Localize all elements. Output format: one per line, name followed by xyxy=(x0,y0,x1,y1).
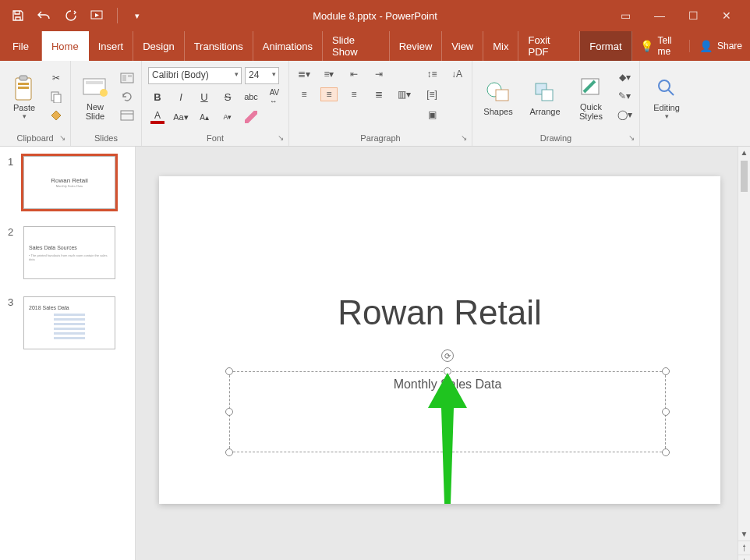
underline-button[interactable]: U xyxy=(196,89,212,105)
tell-me[interactable]: Tell me xyxy=(658,35,680,57)
font-size-select[interactable]: 24▾ xyxy=(245,67,279,84)
resize-handle[interactable] xyxy=(225,448,233,456)
resize-handle[interactable] xyxy=(662,448,670,456)
decrease-font-button[interactable]: A▾ xyxy=(220,109,235,125)
format-painter-icon[interactable] xyxy=(48,109,64,122)
font-color-button[interactable]: A xyxy=(150,109,165,125)
save-icon[interactable] xyxy=(11,9,25,23)
smartart-button[interactable]: ▣ xyxy=(423,108,440,122)
redo-icon[interactable] xyxy=(64,9,78,23)
chevron-down-icon: ▾ xyxy=(272,70,276,78)
ribbon-display-options-icon[interactable]: ▭ xyxy=(621,9,631,22)
tab-home[interactable]: Home xyxy=(42,31,89,61)
thumbnail-1[interactable]: 1 Rowan Retail Monthly Sales Data xyxy=(8,156,127,209)
start-from-beginning-icon[interactable] xyxy=(90,9,104,23)
slide-edit-area[interactable]: Rowan Retail ⟳ Monthly Sales Data ▲ ▼ xyxy=(136,147,750,560)
svg-point-9 xyxy=(100,89,108,97)
thumb-slide[interactable]: Sales Data Sources • The printed handout… xyxy=(23,226,115,279)
slide-title-text[interactable]: Rowan Retail xyxy=(159,293,720,332)
shape-effects-button[interactable]: ◯▾ xyxy=(616,108,633,122)
justify-button[interactable]: ≣ xyxy=(370,87,387,101)
clipboard-icon xyxy=(11,75,37,101)
decrease-indent-button[interactable]: ⇤ xyxy=(345,67,363,81)
bullets-button[interactable]: ≣▾ xyxy=(295,67,313,81)
character-spacing-button[interactable]: AV↔ xyxy=(267,89,282,105)
next-slide-icon[interactable]: ⭣ xyxy=(738,555,750,560)
vertical-scrollbar[interactable]: ▲ ▼ ⭡ ⭣ xyxy=(738,147,750,560)
resize-handle[interactable] xyxy=(225,367,233,375)
undo-icon[interactable] xyxy=(37,9,51,23)
tab-transitions[interactable]: Transitions xyxy=(185,31,253,61)
arrange-button[interactable]: Arrange xyxy=(524,67,566,128)
columns-button[interactable]: ▥▾ xyxy=(395,87,412,101)
tab-foxit[interactable]: Foxit PDF xyxy=(518,31,580,61)
align-center-button[interactable]: ≡ xyxy=(320,87,338,101)
thumbnail-3[interactable]: 3 2018 Sales Data xyxy=(8,296,127,349)
minimize-icon[interactable]: — xyxy=(654,9,665,22)
customize-qat-icon[interactable]: ▾ xyxy=(130,9,144,23)
tab-view[interactable]: View xyxy=(442,31,483,61)
resize-handle[interactable] xyxy=(225,408,233,416)
thumb-slide[interactable]: 2018 Sales Data xyxy=(23,296,115,349)
layout-icon[interactable] xyxy=(119,72,135,84)
tab-mix[interactable]: Mix xyxy=(483,31,518,61)
share-button[interactable]: 👤 Share xyxy=(689,40,742,52)
shape-fill-button[interactable]: ◆▾ xyxy=(616,70,633,84)
editing-button[interactable]: Editing ▾ xyxy=(646,67,687,128)
tab-design[interactable]: Design xyxy=(133,31,184,61)
person-icon: 👤 xyxy=(699,40,713,52)
section-icon[interactable] xyxy=(119,109,135,122)
slide-thumbnail-panel[interactable]: 1 Rowan Retail Monthly Sales Data 2 Sale… xyxy=(0,147,136,560)
tab-format[interactable]: Format xyxy=(580,31,631,61)
line-spacing-button[interactable]: ↕≡ xyxy=(423,67,440,81)
reset-icon[interactable] xyxy=(119,90,135,103)
svg-rect-11 xyxy=(122,75,126,81)
scroll-down-icon[interactable]: ▼ xyxy=(738,528,750,541)
resize-handle[interactable] xyxy=(662,367,670,375)
bold-button[interactable]: B xyxy=(150,89,165,105)
thumb-slide[interactable]: Rowan Retail Monthly Sales Data xyxy=(23,156,115,209)
annotation-arrow-icon xyxy=(424,373,471,505)
tab-slideshow[interactable]: Slide Show xyxy=(323,31,390,61)
align-text-button[interactable]: [≡] xyxy=(423,87,440,101)
new-slide-button[interactable]: New Slide xyxy=(77,67,113,128)
shapes-button[interactable]: Shapes xyxy=(479,67,518,128)
increase-font-button[interactable]: A▴ xyxy=(196,109,212,125)
font-launcher-icon[interactable]: ↘ xyxy=(278,133,284,142)
maximize-icon[interactable]: ☐ xyxy=(688,9,699,22)
shadow-button[interactable]: abc xyxy=(243,89,259,105)
align-left-button[interactable]: ≡ xyxy=(295,87,313,101)
change-case-button[interactable]: Aa▾ xyxy=(173,109,189,125)
thumb-title: Rowan Retail xyxy=(51,177,88,184)
tab-animations[interactable]: Animations xyxy=(253,31,323,61)
scroll-up-icon[interactable]: ▲ xyxy=(738,147,750,159)
text-direction-button[interactable]: ↓A xyxy=(448,67,465,81)
cut-icon[interactable]: ✂ xyxy=(48,72,64,84)
tab-insert[interactable]: Insert xyxy=(89,31,134,61)
rotation-handle-icon[interactable]: ⟳ xyxy=(441,349,454,362)
increase-indent-button[interactable]: ⇥ xyxy=(370,67,387,81)
font-name-select[interactable]: Calibri (Body)▾ xyxy=(148,67,242,84)
clipboard-launcher-icon[interactable]: ↘ xyxy=(59,133,65,142)
align-right-button[interactable]: ≡ xyxy=(345,87,363,101)
italic-button[interactable]: I xyxy=(173,89,189,105)
svg-point-20 xyxy=(659,80,670,91)
tab-file[interactable]: File xyxy=(0,31,42,61)
thumbnail-2[interactable]: 2 Sales Data Sources • The printed hando… xyxy=(8,226,127,279)
copy-icon[interactable] xyxy=(48,90,64,103)
resize-handle[interactable] xyxy=(662,408,670,416)
thumb-number: 1 xyxy=(8,156,17,209)
clear-formatting-button[interactable] xyxy=(243,109,259,125)
drawing-launcher-icon[interactable]: ↘ xyxy=(628,133,635,142)
scroll-thumb[interactable] xyxy=(741,161,748,192)
paste-button[interactable]: Paste ▾ xyxy=(6,67,42,128)
svg-rect-3 xyxy=(18,83,29,85)
shape-outline-button[interactable]: ✎▾ xyxy=(616,89,633,103)
strikethrough-button[interactable]: S xyxy=(220,89,235,105)
quick-styles-button[interactable]: Quick Styles xyxy=(572,67,610,128)
tab-review[interactable]: Review xyxy=(390,31,443,61)
paragraph-launcher-icon[interactable]: ↘ xyxy=(461,133,467,142)
close-icon[interactable]: ✕ xyxy=(722,9,731,22)
numbering-button[interactable]: ≡▾ xyxy=(320,67,338,81)
prev-slide-icon[interactable]: ⭡ xyxy=(738,541,750,555)
